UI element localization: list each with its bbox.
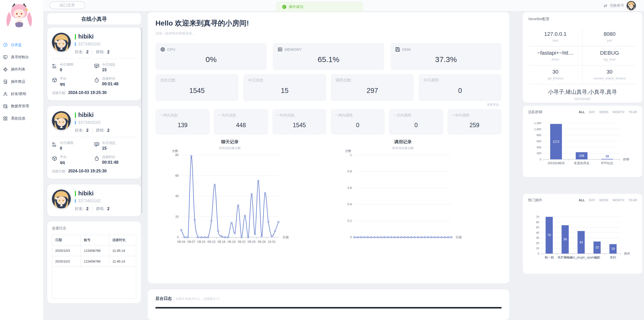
bot-id: 3373463162 [78, 120, 101, 125]
chat-history-chart[interactable]: 聊天记录30天内记录次数次数02040608009-0409-0709-1009… [158, 137, 326, 248]
stat-value: 15 [102, 146, 116, 151]
tab-all[interactable]: ALL [579, 110, 585, 114]
bot-card[interactable]: hibiki 3373463162 好友: 2 群组: 2 今日调用: 0 [47, 28, 141, 100]
page-subtitle: 这是一场传奇的冒险旅途... [155, 31, 502, 36]
active-groups-title: 活跃群聊 [528, 110, 542, 114]
switch-account-button[interactable]: ⇄ 切换账号 [604, 0, 636, 11]
friends-count: 2 [86, 128, 88, 133]
memory-label: MEMORY [285, 47, 302, 52]
view-more-link[interactable]: 查看更多... [155, 103, 502, 107]
stat-label: 今日消息: [248, 78, 322, 83]
stat-label: 平台: [60, 76, 67, 81]
config-session-expire-timeout: 30 session_expire_timeout [583, 65, 637, 84]
sidebar-item-label: 仪表盘 [11, 43, 22, 47]
port-settings-button[interactable]: 端口设置 [49, 1, 85, 9]
stat-value: 259 [451, 122, 498, 129]
connect-date-label: 连接日期: [52, 169, 66, 173]
cpu-label: CPU [167, 47, 175, 52]
tab-day[interactable]: DAY [589, 110, 595, 114]
id-bar [75, 199, 76, 203]
user-avatar[interactable] [627, 1, 636, 10]
tab-all[interactable]: ALL [579, 198, 585, 202]
svg-text:70: 70 [536, 215, 539, 218]
stat-label: 今日调用: [60, 62, 74, 67]
page-title: Hello 欢迎来到真寻的小房间! [155, 18, 502, 28]
svg-text:1,000: 1,000 [534, 128, 541, 131]
sidebar-item-system-info[interactable]: 系统信息 [0, 112, 43, 125]
svg-text:0: 0 [177, 235, 179, 239]
svg-text:戳一戳: 戳一戳 [545, 256, 554, 259]
svg-text:20: 20 [175, 215, 179, 219]
svg-text:nonebot_plugin_sparkapi: nonebot_plugin_sparkapi [564, 256, 598, 259]
cpu-value: 0% [160, 55, 262, 64]
total-messages-card: 消息总数: 1545 [155, 74, 239, 101]
svg-text:09-10: 09-10 [197, 240, 205, 244]
svg-text:54: 54 [563, 238, 567, 241]
stat-label: 连接时长: [102, 76, 118, 81]
timer-icon [94, 77, 99, 83]
sidebar-item-plugin-list[interactable]: 插件列表 [0, 63, 43, 76]
call-history-chart[interactable]: 调用记录30天内记录次数次数00.20.40.60.81日期 [331, 137, 500, 248]
stat-value: 15 [248, 87, 322, 95]
svg-text:签到: 签到 [610, 256, 616, 259]
config-label: driver [529, 58, 581, 61]
stat-value: 0 [60, 146, 74, 151]
sidebar: 仪表盘 真寻控制台 插件列表 插件商店 好友/群组 [0, 0, 43, 320]
tab-week[interactable]: WEEK [599, 198, 609, 202]
backend-log-title: 后台日志 [155, 296, 172, 301]
sidebar-item-plugin-shop[interactable]: 插件商店 [0, 76, 43, 88]
tab-month[interactable]: MONTH [613, 110, 625, 114]
sidebar-item-dashboard[interactable]: 仪表盘 [0, 39, 43, 51]
sidebar-item-console[interactable]: 真寻控制台 [0, 51, 43, 63]
connection-log-card: 连接日志 日期 账号 连接时长 2025/10/3 123456789 11:4… [47, 221, 141, 303]
tab-year[interactable]: YEAR [628, 198, 637, 202]
online-status-bar [75, 112, 76, 118]
tab-month[interactable]: MONTH [613, 198, 625, 202]
log-console[interactable] [155, 307, 502, 309]
log-header-duration: 连接时长 [109, 235, 136, 245]
sidebar-item-database[interactable]: 数据库管理 [0, 100, 43, 112]
log-cell: 123456789 [81, 256, 109, 267]
stat-value: 1545 [160, 87, 234, 95]
svg-text:70: 70 [548, 233, 551, 237]
sidebar-item-friends-groups[interactable]: 好友/群组 [0, 88, 43, 100]
right-panel: NoneBot配置 127.0.0.1 host 8080 port ~fast… [523, 12, 642, 274]
svg-text:次数: 次数 [172, 149, 178, 153]
week-messages-card: 一周内消息: 139 [155, 109, 210, 135]
svg-text:1172: 1172 [553, 140, 559, 144]
stat-value: 00:01:48 [102, 82, 118, 86]
plugin-list-icon [3, 67, 8, 72]
svg-text:色图: 色图 [594, 256, 600, 259]
svg-text:23: 23 [595, 246, 599, 249]
memory-value: 65.1% [277, 55, 379, 64]
log-cell: 11:45:14 [109, 256, 136, 267]
stat-value: qq [60, 160, 67, 165]
config-log-level: DEBUG log_level [583, 46, 637, 65]
svg-text:200: 200 [537, 152, 541, 155]
nonebot-config-card: NoneBot配置 127.0.0.1 host 8080 port ~fast… [523, 12, 642, 103]
active-groups-chart[interactable]: 02004006008001,0001,20011721001918625236… [528, 115, 637, 170]
bot-card[interactable]: hibiki 3373463162 好友: 2 群组: 2 [47, 184, 141, 216]
stat-label: 一周内消息: [160, 113, 206, 118]
tab-week[interactable]: WEEK [599, 110, 609, 114]
week-calls-card: 一周内调用: 0 [331, 109, 385, 135]
tab-year[interactable]: YEAR [628, 110, 637, 114]
tab-day[interactable]: DAY [589, 198, 595, 202]
message-icon [94, 63, 99, 69]
bot-list-scrollbar[interactable] [141, 28, 142, 214]
bot-panel: 在线小真寻 hibiki [47, 13, 142, 303]
svg-text:800: 800 [537, 134, 541, 137]
hot-plugins-card: 热门插件 ALL DAY WEEK MONTH YEAR 01020304050… [523, 194, 642, 274]
stat-value: 0 [335, 122, 381, 129]
svg-text:10: 10 [536, 247, 539, 250]
sidebar-item-label: 真寻控制台 [11, 55, 29, 60]
log-cell: 2025/10/3 [52, 245, 81, 256]
bot-card[interactable]: hibiki 3373463162 好友: 2 群组: 2 今日调用: 0 [47, 106, 141, 179]
stat-value: 448 [218, 122, 264, 129]
sidebar-item-label: 插件商店 [11, 79, 25, 84]
svg-text:30: 30 [536, 236, 539, 239]
config-label: api_timeout [529, 77, 581, 80]
cpu-card: CPU 0% [155, 43, 267, 70]
hot-plugins-chart[interactable]: 01020304050607070戳一戳54俄罗斯轮盘43nonebot_plu… [528, 204, 637, 269]
svg-text:20: 20 [536, 242, 539, 245]
